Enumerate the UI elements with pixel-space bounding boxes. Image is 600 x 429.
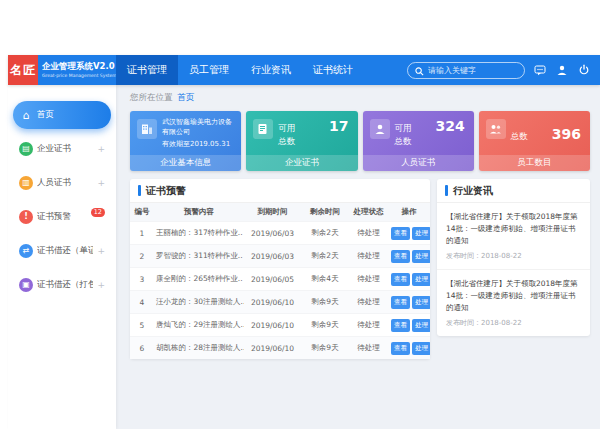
cell-remain: 剩余9天 [301, 291, 349, 314]
main-content: 您所在位置 首页 武汉智鑫瑜美电力设备有限公司 有效期至2019.05.31 企… [116, 85, 600, 429]
cert-borrow-single-icon: ⇄ [19, 244, 33, 258]
person-icon [370, 119, 390, 139]
cell-no: 5 [130, 314, 154, 337]
sidebar-item-cert-warning[interactable]: ! 证书预警 12 [13, 203, 111, 231]
cell-remain: 剩余2天 [301, 245, 349, 268]
sidebar-item-enterprise-cert[interactable]: ▤ 企业证书 + [13, 135, 111, 163]
header-actions [407, 55, 600, 85]
accent-bar [138, 185, 141, 196]
sidebar-item-cert-borrow-package[interactable]: ▣ 证书借还（打包） + [13, 271, 111, 299]
news-item[interactable]: 【湖北省住建厅】关于领取2018年度第14批：一级建造师初始、增项注册证书的通知… [437, 203, 590, 270]
personnel-cert-icon: ▥ [19, 176, 33, 190]
table-row: 6 胡凯栋的：28注册测绘人.. 2019/06/10 剩余9天 待处理 查看处… [130, 337, 430, 360]
stat-label: 可用 [395, 123, 412, 135]
search-box[interactable] [407, 62, 525, 79]
view-button[interactable]: 查看 [391, 250, 410, 263]
company-name: 武汉智鑫瑜美电力设备有限公司 [162, 117, 234, 137]
sidebar-item-label: 企业证书 [37, 143, 93, 155]
cert-warning-table: 编号 预警内容 到期时间 剩余时间 处理状态 操作 1 王丽楠的：317特种作业… [130, 203, 430, 359]
cell-remain: 剩余9天 [301, 337, 349, 360]
industry-news-title: 行业资讯 [453, 184, 493, 198]
cell-content: 胡凯栋的：28注册测绘人.. [154, 337, 244, 360]
enterprise-cert-button[interactable]: 企业证书 [246, 155, 357, 171]
view-button[interactable]: 查看 [391, 227, 410, 240]
sidebar-item-label: 证书预警 [37, 211, 87, 223]
cell-expire: 2019/06/05 [244, 268, 301, 291]
search-icon [415, 61, 424, 80]
cell-status: 待处理 [349, 245, 388, 268]
app-title: 企业管理系统V2.0 [42, 61, 116, 72]
power-icon[interactable] [577, 63, 591, 77]
cell-no: 2 [130, 245, 154, 268]
search-input[interactable] [428, 66, 517, 75]
stat-label: 总数 [511, 131, 528, 143]
employee-count-button[interactable]: 员工数目 [479, 155, 590, 171]
stat-cards: 武汉智鑫瑜美电力设备有限公司 有效期至2019.05.31 企业基本信息 可用 … [130, 111, 590, 171]
sidebar-item-personnel-cert[interactable]: ▥ 人员证书 + [13, 169, 111, 197]
accent-bar [445, 185, 448, 196]
table-row: 3 康全刚的：265特种作业.. 2019/06/05 剩余4天 待处理 查看处… [130, 268, 430, 291]
sidebar-item-label: 证书借还（打包） [37, 279, 93, 291]
handle-button[interactable]: 处理 [412, 296, 430, 309]
cell-expire: 2019/06/10 [244, 291, 301, 314]
warning-count-badge: 12 [91, 208, 105, 217]
cert-borrow-package-icon: ▣ [19, 278, 33, 292]
handle-button[interactable]: 处理 [412, 273, 430, 286]
handle-button[interactable]: 处理 [412, 250, 430, 263]
cell-actions: 查看处理 [388, 314, 430, 337]
stat-label: 可用 [278, 123, 295, 135]
view-button[interactable]: 查看 [391, 273, 410, 286]
breadcrumb-prefix: 您所在位置 [130, 92, 173, 104]
company-info-card: 武汉智鑫瑜美电力设备有限公司 有效期至2019.05.31 企业基本信息 [130, 111, 241, 171]
news-item[interactable]: 【湖北省住建厅】关于领取2018年度第14批：一级建造师初始、增项注册证书的通知… [437, 270, 590, 336]
expand-plus-icon[interactable]: + [97, 280, 105, 290]
cell-status: 待处理 [349, 291, 388, 314]
col-header: 操作 [388, 203, 430, 222]
handle-button[interactable]: 处理 [412, 342, 430, 355]
expand-plus-icon[interactable]: + [97, 178, 105, 188]
cell-remain: 剩余4天 [301, 268, 349, 291]
table-row: 4 汪小龙的：30注册测绘人.. 2019/06/10 剩余9天 待处理 查看处… [130, 291, 430, 314]
cell-status: 待处理 [349, 314, 388, 337]
expand-plus-icon[interactable]: + [97, 144, 105, 154]
message-icon[interactable] [533, 63, 547, 77]
table-row: 5 唐灿飞的：29注册测绘人.. 2019/06/10 剩余9天 待处理 查看处… [130, 314, 430, 337]
company-basic-info-button[interactable]: 企业基本信息 [130, 155, 241, 171]
app-subtitle: Great-price Management System v2.0 [42, 73, 98, 79]
breadcrumb: 您所在位置 首页 [130, 92, 600, 104]
sidebar: ⌂ 首页 ▤ 企业证书 + ▥ 人员证书 + ! 证书预警 12 ⇄ 证书借还（… [8, 85, 116, 429]
home-icon: ⌂ [19, 108, 33, 122]
nav-tab-employee-management[interactable]: 员工管理 [178, 55, 240, 85]
expand-plus-icon[interactable]: + [97, 246, 105, 256]
employee-count-card: 总数 396 员工数目 [479, 111, 590, 171]
nav-tab-cert-management[interactable]: 证书管理 [116, 55, 178, 85]
personnel-cert-button[interactable]: 人员证书 [363, 155, 474, 171]
stat-label: 总数 [278, 136, 295, 148]
sidebar-item-label: 证书借还（单证） [37, 245, 93, 257]
view-button[interactable]: 查看 [391, 342, 410, 355]
cell-expire: 2019/06/03 [244, 222, 301, 245]
panel-header: 证书预警 [130, 179, 430, 203]
handle-button[interactable]: 处理 [412, 319, 430, 332]
sidebar-item-home[interactable]: ⌂ 首页 [13, 101, 111, 129]
building-icon [137, 119, 157, 139]
stat-value: 17 [329, 118, 348, 134]
breadcrumb-home-link[interactable]: 首页 [178, 92, 195, 104]
cert-warning-icon: ! [19, 210, 33, 224]
cell-expire: 2019/06/03 [244, 245, 301, 268]
cell-actions: 查看处理 [388, 291, 430, 314]
panels-row: 证书预警 编号 预警内容 到期时间 剩余时间 处理状态 操作 [130, 179, 590, 359]
nav-tab-cert-statistics[interactable]: 证书统计 [302, 55, 364, 85]
view-button[interactable]: 查看 [391, 319, 410, 332]
cell-no: 1 [130, 222, 154, 245]
news-item-title: 【湖北省住建厅】关于领取2018年度第14批：一级建造师初始、增项注册证书的通知 [446, 278, 581, 314]
stat-value: 324 [436, 118, 465, 134]
view-button[interactable]: 查看 [391, 296, 410, 309]
handle-button[interactable]: 处理 [412, 227, 430, 240]
nav-tab-industry-news[interactable]: 行业资讯 [240, 55, 302, 85]
sidebar-item-cert-borrow-single[interactable]: ⇄ 证书借还（单证） + [13, 237, 111, 265]
personnel-cert-card: 可用 324 总数 人员证书 [363, 111, 474, 171]
news-item-title: 【湖北省住建厅】关于领取2018年度第14批：一级建造师初始、增项注册证书的通知 [446, 211, 581, 247]
user-icon[interactable] [555, 63, 569, 77]
certificate-icon [253, 119, 273, 139]
